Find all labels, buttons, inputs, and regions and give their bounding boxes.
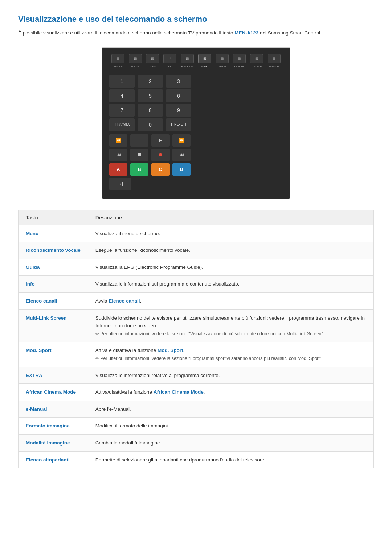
table-row: Elenco canali Avvia Elenco canali. [19, 292, 374, 309]
pause-btn: ⏸ [130, 134, 148, 147]
pmode-icon-label: P.Mode [269, 65, 279, 68]
num-1: 1 [109, 75, 135, 88]
source-icon-box: ⊟ [111, 54, 124, 63]
tasto-modalita-immagine: Modalità immagine [19, 434, 88, 451]
desc-modalita-immagine: Cambia la modalità immagine. [88, 434, 373, 451]
table-row: Formato immagine Modifica il formato del… [19, 418, 374, 435]
remote-icon-tools: ⊟ Tools [146, 54, 159, 68]
desc-riconoscimento: Esegue la funzione Riconoscimento vocale… [88, 242, 373, 259]
tasto-elenco-altoparlanti: Elenco altoparlanti [19, 451, 88, 468]
psize-icon-label: P.Size [131, 65, 139, 68]
pmode-icon-box: ⊟ [268, 54, 281, 63]
num-6: 6 [166, 89, 191, 102]
remote-top-icons: ⊟ Source ⊟ P.Size ⊟ Tools i Info ⊟ e-Man… [109, 54, 283, 68]
info-icon-box: i [163, 54, 176, 63]
num-0: 0 [138, 118, 163, 131]
intro-suffix: del Samsung Smart Control. [258, 30, 321, 36]
remote-icon-alarm: ⊟ Alarm [216, 54, 229, 68]
col-header-tasto: Tasto [19, 210, 88, 225]
menu-icon-label: Menu [201, 65, 208, 68]
tasto-emanual: e-Manual [19, 401, 88, 418]
tasto-menu: Menu [19, 225, 88, 242]
psize-icon-box: ⊟ [129, 54, 142, 63]
tasto-elenco-canali: Elenco canali [19, 292, 88, 309]
tasto-riconoscimento: Riconoscimento vocale [19, 242, 88, 259]
caption-icon-label: Caption [252, 65, 262, 68]
tasto-formato-immagine: Formato immagine [19, 418, 88, 435]
tasto-african-cinema: African Cinema Mode [19, 384, 88, 401]
color-btn-a: A [109, 163, 127, 176]
ttx-mix: TTX/MIX [109, 118, 135, 131]
color-btn-c: C [151, 163, 170, 176]
remote-icon-emanual: ⊟ e-Manual [181, 54, 194, 68]
desc-extra: Visualizza le informazioni relative al p… [88, 367, 373, 384]
tasto-multilink: Multi-Link Screen [19, 309, 88, 342]
remote-color-buttons: A B C D [109, 163, 283, 176]
african-cinema-link: African Cinema Mode [154, 389, 204, 395]
tools-icon-label: Tools [149, 65, 156, 68]
emanual-icon-box: ⊟ [181, 54, 194, 63]
table-row: EXTRA Visualizza le informazioni relativ… [19, 367, 374, 384]
table-row: Elenco altoparlanti Permette di selezion… [19, 451, 374, 468]
num-4: 4 [109, 89, 135, 102]
rewind-btn: ⏪ [109, 134, 127, 147]
table-row: African Cinema Mode Attiva/disattiva la … [19, 384, 374, 401]
color-btn-b: B [130, 163, 148, 176]
alarm-icon-label: Alarm [218, 65, 226, 68]
menu-icon-box: ⊞ [198, 54, 211, 63]
options-icon-label: Options [234, 65, 245, 68]
intro-text: È possibile visualizzare e utilizzare il… [18, 30, 234, 36]
num-3: 3 [166, 75, 191, 88]
intro-paragraph: È possibile visualizzare e utilizzare il… [18, 29, 374, 37]
mod-sport-note: Per ulteriori informazioni, vedere la se… [95, 356, 323, 361]
rec-btn: ⏺ [151, 149, 170, 161]
options-icon-box: ⊟ [233, 54, 246, 63]
remote-playback-row2: ⏮ ⏹ ⏺ ⏭ [109, 149, 283, 161]
play-btn: ▶ [151, 134, 170, 147]
desc-formato-immagine: Modifica il formato delle immagini. [88, 418, 373, 435]
info-table: Tasto Descrizione Menu Visualizza il men… [18, 210, 374, 469]
desc-elenco-canali: Avvia Elenco canali. [88, 292, 373, 309]
remote-icon-caption: ⊟ Caption [250, 54, 263, 68]
caption-icon-box: ⊟ [250, 54, 263, 63]
source-icon-label: Source [113, 65, 122, 68]
stop-btn: ⏹ [130, 149, 148, 161]
next-btn: ⏭ [172, 149, 191, 161]
num-9: 9 [166, 104, 191, 117]
col-header-descrizione: Descrizione [88, 210, 373, 225]
multilink-note: Per ulteriori informazioni, vedere la se… [95, 331, 324, 336]
color-btn-d: D [172, 163, 191, 176]
remote-playback-row1: ⏪ ⏸ ▶ ⏩ [109, 134, 283, 147]
tasto-mod-sport: Mod. Sport [19, 342, 88, 367]
desc-menu: Visualizza il menu a schermo. [88, 225, 373, 242]
mod-sport-link: Mod. Sport [158, 348, 183, 353]
ff-btn: ⏩ [172, 134, 191, 147]
remote-control-image: ⊟ Source ⊟ P.Size ⊟ Tools i Info ⊟ e-Man… [102, 47, 290, 199]
page-title: Visualizzazione e uso del telecomando a … [18, 15, 374, 24]
table-row: Riconoscimento vocale Esegue la funzione… [19, 242, 374, 259]
alarm-icon-box: ⊟ [216, 54, 229, 63]
tools-icon-box: ⊟ [146, 54, 159, 63]
prev-btn: ⏮ [109, 149, 127, 161]
remote-icon-options: ⊟ Options [233, 54, 246, 68]
elenco-canali-link: Elenco canali [109, 298, 140, 304]
remote-icon-psize: ⊟ P.Size [129, 54, 142, 68]
table-row: Guida Visualizza la EPG (Electronic Prog… [19, 259, 374, 276]
num-2: 2 [138, 75, 163, 88]
tasto-guida: Guida [19, 259, 88, 276]
table-row: e-Manual Apre l'e-Manual. [19, 401, 374, 418]
menu123-highlight: MENU/123 [234, 30, 258, 36]
desc-guida: Visualizza la EPG (Electronic Programme … [88, 259, 373, 276]
info-icon-label: Info [168, 65, 172, 68]
desc-elenco-altoparlanti: Permette di selezionare gli altoparlanti… [88, 451, 373, 468]
remote-icon-source: ⊟ Source [111, 54, 124, 68]
arrow-btn: →| [109, 178, 131, 190]
remote-icon-pmode: ⊟ P.Mode [268, 54, 281, 68]
table-row: Info Visualizza le informazioni sul prog… [19, 276, 374, 293]
table-row: Modalità immagine Cambia la modalità imm… [19, 434, 374, 451]
remote-arrow-row: →| [109, 178, 283, 190]
desc-african-cinema: Attiva/disattiva la funzione African Cin… [88, 384, 373, 401]
desc-emanual: Apre l'e-Manual. [88, 401, 373, 418]
num-7: 7 [109, 104, 135, 117]
remote-numpad: 1 2 3 4 5 6 7 8 9 TTX/MIX 0 PRE-CH [109, 75, 283, 131]
